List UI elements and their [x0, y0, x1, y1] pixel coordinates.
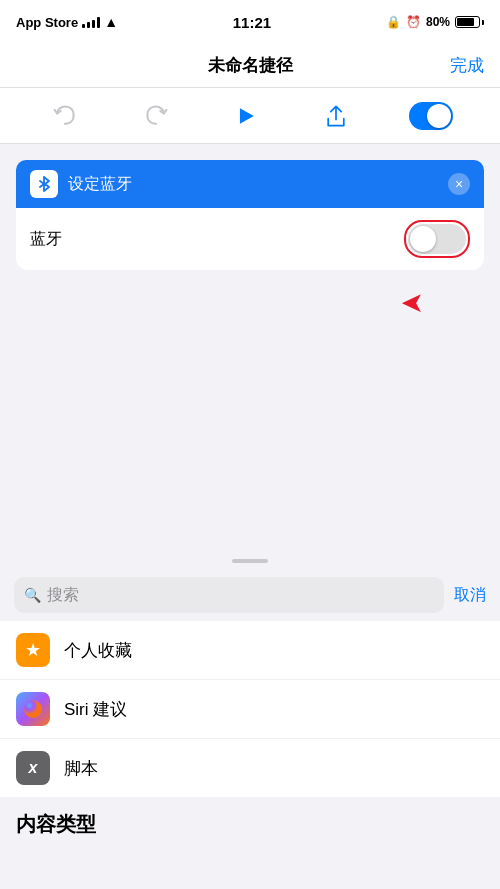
action-header-left: 设定蓝牙	[30, 170, 132, 198]
sheet-handle	[0, 549, 500, 569]
search-icon: 🔍	[24, 587, 41, 603]
scripts-label: 脚本	[64, 757, 98, 780]
svg-point-0	[24, 700, 42, 718]
favorites-icon: ★	[16, 633, 50, 667]
search-bar[interactable]: 🔍 搜索	[14, 577, 444, 613]
signal-icon	[82, 16, 100, 28]
red-arrow-icon: ➤	[401, 286, 424, 319]
toolbar	[0, 88, 500, 144]
list-section: ★ 个人收藏 Siri 建议	[0, 621, 500, 797]
siri-label: Siri 建议	[64, 698, 127, 721]
main-content: 设定蓝牙 × 蓝牙 ➤	[0, 144, 500, 343]
lock-icon: 🔒	[386, 15, 401, 29]
carrier-text: App Store	[16, 15, 78, 30]
undo-button[interactable]	[47, 98, 83, 134]
share-button[interactable]	[318, 98, 354, 134]
battery-percent: 80%	[426, 15, 450, 29]
status-left: App Store ▲	[16, 14, 118, 30]
list-item-scripts[interactable]: x 脚本	[0, 739, 500, 797]
cancel-button[interactable]: 取消	[454, 585, 486, 606]
list-item-favorites[interactable]: ★ 个人收藏	[0, 621, 500, 680]
action-card: 设定蓝牙 × 蓝牙	[16, 160, 484, 270]
bluetooth-toggle[interactable]	[408, 224, 466, 254]
favorites-label: 个人收藏	[64, 639, 132, 662]
nav-title: 未命名捷径	[208, 54, 293, 77]
search-placeholder: 搜索	[47, 585, 79, 606]
nav-bar: 未命名捷径 完成	[0, 44, 500, 88]
list-item-siri[interactable]: Siri 建议	[0, 680, 500, 739]
time-display: 11:21	[233, 14, 271, 31]
status-right: 🔒 ⏰ 80%	[386, 15, 484, 29]
toggle-knob	[410, 226, 436, 252]
bottom-sheet: 🔍 搜索 取消 ★ 个人收藏	[0, 549, 500, 889]
arrow-annotation: ➤	[16, 286, 484, 319]
search-container: 🔍 搜索 取消	[0, 569, 500, 621]
play-button[interactable]	[228, 98, 264, 134]
alarm-icon: ⏰	[406, 15, 421, 29]
settings-knob	[427, 104, 451, 128]
action-close-button[interactable]: ×	[448, 173, 470, 195]
redo-button[interactable]	[138, 98, 174, 134]
action-title: 设定蓝牙	[68, 174, 132, 195]
done-button[interactable]: 完成	[450, 54, 484, 77]
section-header: 内容类型	[0, 797, 500, 844]
action-header: 设定蓝牙 ×	[16, 160, 484, 208]
siri-icon	[16, 692, 50, 726]
scripts-icon: x	[16, 751, 50, 785]
wifi-icon: ▲	[104, 14, 118, 30]
settings-toggle[interactable]	[409, 102, 453, 130]
battery-icon	[455, 16, 484, 28]
action-body: 蓝牙	[16, 208, 484, 270]
status-bar: App Store ▲ 11:21 🔒 ⏰ 80%	[0, 0, 500, 44]
bluetooth-icon	[30, 170, 58, 198]
bluetooth-toggle-wrapper	[404, 220, 470, 258]
section-title: 内容类型	[16, 813, 96, 835]
bluetooth-toggle-label: 蓝牙	[30, 229, 62, 250]
handle-bar	[232, 559, 268, 563]
